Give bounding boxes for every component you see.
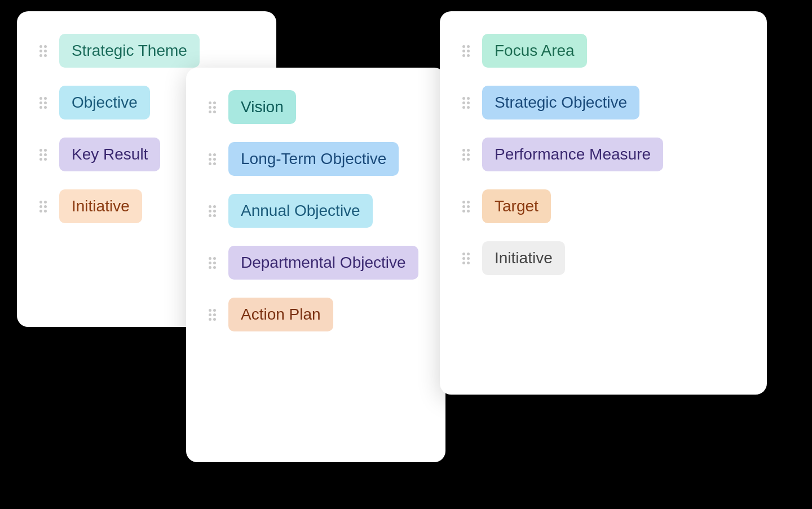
- tag-label: Target: [482, 189, 551, 223]
- tag-label: Vision: [228, 90, 296, 124]
- drag-handle-icon[interactable]: [39, 149, 47, 161]
- drag-handle-icon[interactable]: [462, 97, 470, 109]
- list-item[interactable]: Long-Term Objective: [209, 142, 423, 176]
- list-item[interactable]: Strategic Objective: [462, 86, 744, 119]
- tag-label: Key Result: [59, 138, 160, 171]
- tag-label: Initiative: [482, 241, 565, 275]
- tag-label: Initiative: [59, 189, 142, 223]
- tag-label: Objective: [59, 86, 150, 119]
- drag-handle-icon[interactable]: [209, 309, 216, 321]
- cards-container: Strategic ThemeObjectiveKey ResultInitia…: [0, 0, 812, 509]
- drag-handle-icon[interactable]: [209, 101, 216, 113]
- drag-handle-icon[interactable]: [462, 201, 470, 213]
- list-item[interactable]: Target: [462, 189, 744, 223]
- drag-handle-icon[interactable]: [209, 257, 216, 269]
- card-3: Focus AreaStrategic ObjectivePerformance…: [440, 11, 767, 395]
- drag-handle-icon[interactable]: [209, 205, 216, 217]
- drag-handle-icon[interactable]: [462, 45, 470, 57]
- drag-handle-icon[interactable]: [209, 153, 216, 165]
- tag-label: Long-Term Objective: [228, 142, 399, 176]
- list-item[interactable]: Focus Area: [462, 34, 744, 68]
- card-2: VisionLong-Term ObjectiveAnnual Objectiv…: [186, 68, 445, 462]
- tag-label: Performance Measure: [482, 138, 663, 171]
- tag-label: Strategic Theme: [59, 34, 200, 68]
- tag-label: Annual Objective: [228, 194, 373, 228]
- list-item[interactable]: Departmental Objective: [209, 246, 423, 280]
- tag-label: Action Plan: [228, 298, 333, 331]
- drag-handle-icon[interactable]: [39, 97, 47, 109]
- list-item[interactable]: Strategic Theme: [39, 34, 254, 68]
- list-item[interactable]: Annual Objective: [209, 194, 423, 228]
- list-item[interactable]: Vision: [209, 90, 423, 124]
- list-item[interactable]: Performance Measure: [462, 138, 744, 171]
- list-item[interactable]: Action Plan: [209, 298, 423, 331]
- drag-handle-icon[interactable]: [39, 45, 47, 57]
- drag-handle-icon[interactable]: [462, 149, 470, 161]
- drag-handle-icon[interactable]: [462, 253, 470, 264]
- list-item[interactable]: Initiative: [462, 241, 744, 275]
- tag-label: Focus Area: [482, 34, 587, 68]
- tag-label: Strategic Objective: [482, 86, 639, 119]
- tag-label: Departmental Objective: [228, 246, 418, 280]
- drag-handle-icon[interactable]: [39, 201, 47, 213]
